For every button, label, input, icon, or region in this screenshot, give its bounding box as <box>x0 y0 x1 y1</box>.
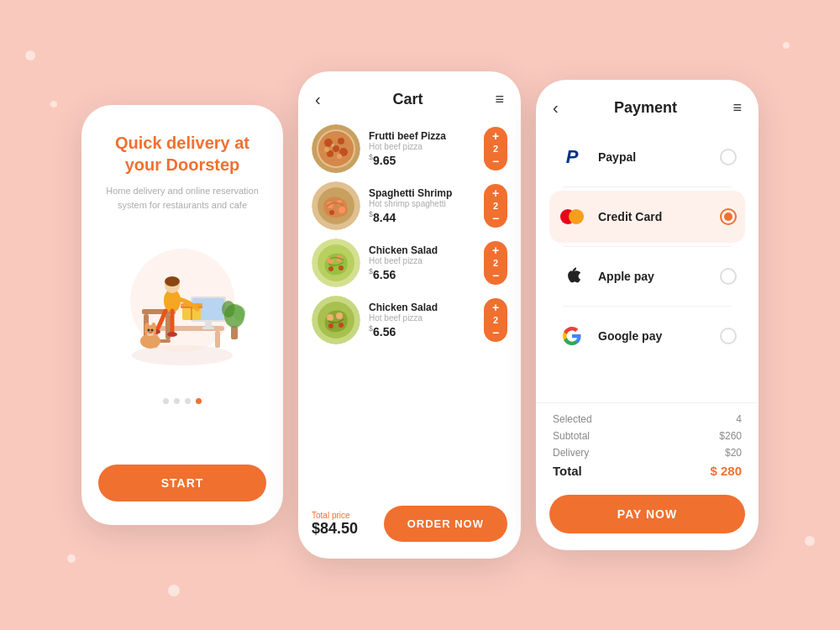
item-3-increment[interactable]: + <box>492 244 499 256</box>
svg-point-28 <box>151 329 154 332</box>
total-label: Total <box>553 464 582 478</box>
item-4-qty-control: + 2 − <box>484 298 507 342</box>
creditcard-label: Credit Card <box>598 210 708 223</box>
svg-rect-11 <box>205 322 212 327</box>
cart-footer: Total price $84.50 ORDER NOW <box>298 497 521 559</box>
svg-point-33 <box>234 306 245 321</box>
item-3-image <box>312 239 360 287</box>
summary-total-row: Total $ 280 <box>553 464 742 478</box>
item-3-name: Chicken Salad <box>369 244 475 256</box>
mastercard-icon <box>558 202 586 231</box>
paypal-radio[interactable] <box>720 149 737 165</box>
delivery-label: Delivery <box>553 447 589 459</box>
item-3-qty-control: + 2 − <box>484 241 507 285</box>
item-2-decrement[interactable]: − <box>492 213 499 224</box>
item-3-desc: Hot beef pizza <box>369 256 475 265</box>
googlepay-radio[interactable] <box>720 328 737 344</box>
cart-title: Cart <box>393 91 423 108</box>
applepay-option[interactable]: Apple pay <box>549 250 745 302</box>
svg-rect-12 <box>202 327 214 329</box>
start-button[interactable]: START <box>98 465 266 501</box>
dot-2 <box>174 398 180 404</box>
creditcard-radio[interactable] <box>720 208 737 225</box>
cart-item-4: Chicken Salad Hot beef pizza $6.56 + 2 − <box>312 296 507 344</box>
svg-point-32 <box>222 301 235 318</box>
item-3-price: $6.56 <box>369 267 475 281</box>
payment-menu-icon[interactable]: ≡ <box>732 99 742 117</box>
item-2-price: $8.44 <box>369 210 475 224</box>
payment-summary: Selected 4 Subtotal $260 Delivery $20 To… <box>536 403 759 488</box>
svg-point-42 <box>337 154 342 159</box>
cart-item-1: Frutti beef Pizza Hot beef pizza $9.65 +… <box>312 124 507 173</box>
total-value: $ 280 <box>710 464 742 478</box>
cart-items-list: Frutti beef Pizza Hot beef pizza $9.65 +… <box>298 118 521 497</box>
item-1-price: $9.65 <box>369 153 475 167</box>
item-3-info: Chicken Salad Hot beef pizza $6.56 <box>369 244 475 281</box>
pay-now-button[interactable]: PAY NOW <box>549 495 745 533</box>
order-now-button[interactable]: ORDER NOW <box>384 506 507 542</box>
svg-point-50 <box>329 210 334 215</box>
item-4-increment[interactable]: + <box>492 302 499 313</box>
dot-1 <box>163 398 169 404</box>
svg-rect-4 <box>215 331 220 348</box>
cart-screen: ‹ Cart ≡ <box>298 71 521 559</box>
summary-subtotal-row: Subtotal $260 <box>553 430 742 442</box>
svg-point-37 <box>338 138 344 144</box>
onboarding-illustration <box>107 225 258 376</box>
svg-rect-30 <box>231 326 238 339</box>
item-4-qty: 2 <box>493 315 498 325</box>
payment-screen: ‹ Payment ≡ P Paypal Credit Card <box>536 80 759 550</box>
subtotal-label: Subtotal <box>553 430 590 442</box>
svg-point-29 <box>149 332 152 333</box>
delivery-value: $20 <box>725 447 742 459</box>
payment-options-list: P Paypal Credit Card <box>536 126 759 402</box>
applepay-label: Apple pay <box>598 270 708 283</box>
item-4-info: Chicken Salad Hot beef pizza $6.56 <box>369 302 475 339</box>
item-3-decrement[interactable]: − <box>492 270 499 281</box>
summary-selected-row: Selected 4 <box>553 413 742 425</box>
item-2-qty-control: + 2 − <box>484 184 507 228</box>
item-2-increment[interactable]: + <box>492 187 499 199</box>
googlepay-label: Google pay <box>598 329 708 343</box>
onboarding-subtitle: Home delivery and online reservation sys… <box>98 184 266 212</box>
item-1-qty: 2 <box>493 144 498 154</box>
svg-point-44 <box>331 144 334 147</box>
cart-item-3: Chicken Salad Hot beef pizza $6.56 + 2 − <box>312 239 507 287</box>
googlepay-option[interactable]: Google pay <box>549 310 745 362</box>
item-1-increment[interactable]: + <box>492 130 499 142</box>
payment-header: ‹ Payment ≡ <box>536 80 759 126</box>
svg-point-49 <box>339 207 345 213</box>
creditcard-option[interactable]: Credit Card <box>549 191 745 243</box>
dot-4 <box>196 398 202 404</box>
pagination-dots <box>163 398 202 404</box>
dot-3 <box>185 398 191 404</box>
cart-header: ‹ Cart ≡ <box>298 71 521 118</box>
svg-point-61 <box>339 323 344 328</box>
apple-icon <box>558 262 586 291</box>
cart-item-2: Spaghetti Shrimp Hot shrimp spaghetti $8… <box>312 181 507 230</box>
total-value: $84.50 <box>312 520 358 538</box>
svg-point-62 <box>328 323 333 328</box>
summary-delivery-row: Delivery $20 <box>553 447 742 459</box>
item-1-decrement[interactable]: − <box>492 155 499 167</box>
total-section: Total price $84.50 <box>312 511 358 538</box>
paypal-icon: P <box>558 143 586 171</box>
divider-1 <box>563 186 732 187</box>
item-1-info: Frutti beef Pizza Hot beef pizza $9.65 <box>369 130 475 167</box>
total-label: Total price <box>312 511 358 520</box>
paypal-label: Paypal <box>598 150 708 164</box>
subtotal-value: $260 <box>719 430 742 442</box>
svg-point-60 <box>336 312 343 319</box>
payment-back-button[interactable]: ‹ <box>553 98 559 118</box>
applepay-radio[interactable] <box>720 268 737 285</box>
back-button[interactable]: ‹ <box>315 90 321 109</box>
item-1-qty-control: + 2 − <box>484 127 507 171</box>
onboarding-screen: Quick delivery at your Doorstep Home del… <box>81 105 283 525</box>
item-1-desc: Hot beef pizza <box>369 142 475 151</box>
item-4-decrement[interactable]: − <box>492 327 499 339</box>
paypal-option[interactable]: P Paypal <box>549 131 745 183</box>
menu-icon[interactable]: ≡ <box>495 91 504 108</box>
item-4-image <box>312 296 360 344</box>
google-icon <box>558 322 586 350</box>
item-2-qty: 2 <box>493 201 498 211</box>
